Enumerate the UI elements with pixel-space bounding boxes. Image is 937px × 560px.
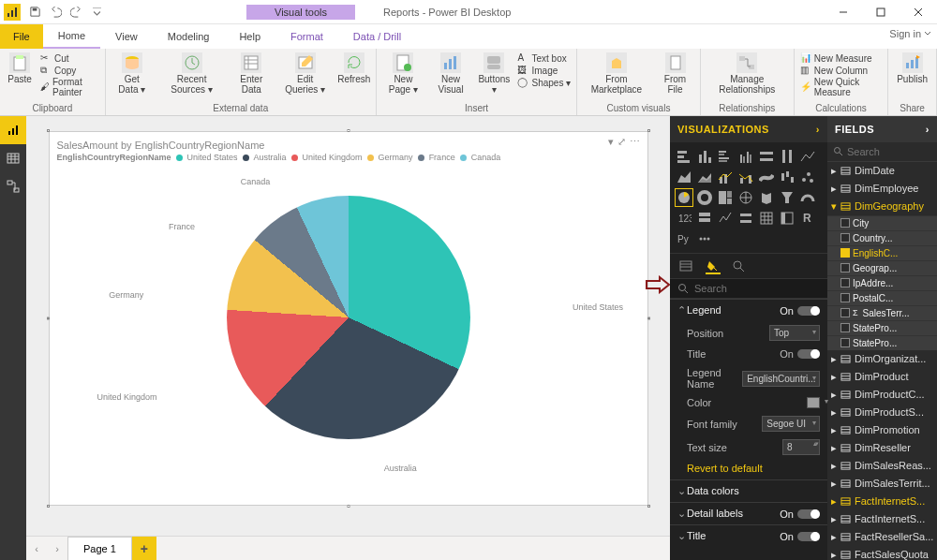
tab-help[interactable]: Help <box>224 24 275 49</box>
field-row[interactable]: Geograp... <box>827 260 937 275</box>
legend-item[interactable]: United Kingdom <box>303 153 363 162</box>
analytics-subtab-icon[interactable] <box>732 259 747 274</box>
gauge-icon[interactable] <box>799 189 816 206</box>
tab-view[interactable]: View <box>100 24 153 49</box>
format-search[interactable] <box>670 278 827 299</box>
minimize-button[interactable] <box>825 0 862 24</box>
resize-handle[interactable] <box>347 505 350 508</box>
sign-in-link[interactable]: Sign in <box>889 28 931 39</box>
100-stacked-bar-icon[interactable] <box>758 148 775 165</box>
pie-chart-icon[interactable] <box>676 189 692 206</box>
table-row[interactable]: ▸FactResellerSa... <box>827 528 937 546</box>
legendtitle-toggle[interactable]: On <box>780 348 820 360</box>
field-row[interactable]: Country... <box>827 230 937 245</box>
page-tab[interactable]: Page 1 <box>67 537 132 560</box>
new-quick-measure-button[interactable]: ⚡New Quick Measure <box>798 77 884 97</box>
from-file-button[interactable]: From File <box>654 51 695 96</box>
waterfall-icon[interactable] <box>779 169 796 185</box>
resize-handle[interactable] <box>347 129 350 132</box>
checkbox[interactable] <box>840 263 850 273</box>
redo-icon[interactable] <box>67 3 85 22</box>
new-column-button[interactable]: ▥New Column <box>798 65 884 76</box>
enter-data-button[interactable]: Enter Data <box>229 51 274 96</box>
table-row[interactable]: ▸DimProductC... <box>827 386 937 404</box>
textsize-stepper[interactable]: 8 <box>782 439 820 455</box>
multi-row-card-icon[interactable] <box>696 210 713 227</box>
checkbox[interactable] <box>840 278 850 287</box>
checkbox[interactable] <box>840 323 850 332</box>
prop-datacolors-header[interactable]: ⌄Data colors <box>670 480 827 502</box>
scatter-icon[interactable] <box>799 169 816 185</box>
field-row[interactable]: EnglishC... <box>827 245 937 260</box>
ribbon-chart-icon[interactable] <box>758 169 775 185</box>
table-row[interactable]: ▸DimEmployee <box>827 180 937 198</box>
slicer-icon[interactable] <box>737 210 754 227</box>
clustered-bar-icon[interactable] <box>717 148 734 165</box>
tab-modeling[interactable]: Modeling <box>153 24 225 49</box>
manage-relationships-button[interactable]: Manage Relationships <box>705 51 790 96</box>
color-swatch[interactable] <box>807 397 820 408</box>
more-visuals-icon[interactable] <box>696 230 713 247</box>
edit-queries-button[interactable]: Edit Queries ▾ <box>276 51 333 96</box>
kpi-icon[interactable] <box>717 210 734 227</box>
table-row[interactable]: ▸DimPromotion <box>827 421 937 439</box>
visual-container[interactable]: ▾ ⤢ ⋯ SalesAmount by EnglishCountryRegio… <box>49 131 648 506</box>
stacked-bar-icon[interactable] <box>676 148 692 165</box>
title-toggle[interactable]: On <box>780 531 820 542</box>
legend-item[interactable]: France <box>429 153 455 162</box>
tab-file[interactable]: File <box>0 24 43 49</box>
close-button[interactable] <box>900 0 937 24</box>
donut-chart-icon[interactable] <box>696 189 713 206</box>
checkbox[interactable] <box>840 248 850 258</box>
table-row[interactable]: ▸FactInternetS... <box>827 510 937 528</box>
new-measure-button[interactable]: 📊New Measure <box>798 52 884 64</box>
combo-chart-icon[interactable] <box>717 169 734 185</box>
clustered-column-icon[interactable] <box>737 148 754 165</box>
combo-chart2-icon[interactable] <box>737 169 754 185</box>
legendname-input[interactable]: EnglishCountri... <box>742 371 820 387</box>
filter-icon[interactable]: ▾ <box>608 136 614 148</box>
field-row[interactable]: ΣSalesTerr... <box>827 305 937 320</box>
cut-button[interactable]: ✂Cut <box>38 52 101 64</box>
100-stacked-column-icon[interactable] <box>779 148 796 165</box>
next-page-button[interactable]: › <box>47 537 67 560</box>
table-row[interactable]: ▸DimDate <box>827 162 937 180</box>
resize-handle[interactable] <box>647 317 650 320</box>
table-row[interactable]: ▸DimSalesReas... <box>827 457 937 475</box>
maximize-button[interactable] <box>862 0 900 24</box>
fields-search[interactable] <box>827 142 937 162</box>
focus-icon[interactable]: ⤢ <box>617 136 626 148</box>
table-row[interactable]: ▸DimSalesTerrit... <box>827 475 937 493</box>
filled-map-icon[interactable] <box>758 189 775 206</box>
copy-button[interactable]: ⧉Copy <box>38 65 101 76</box>
line-chart-icon[interactable] <box>799 148 816 165</box>
area-chart-icon[interactable] <box>676 169 692 185</box>
get-data-button[interactable]: Get Data ▾ <box>110 51 155 96</box>
fontfamily-dropdown[interactable]: Segoe UI <box>762 416 820 432</box>
text-box-button[interactable]: AText box <box>515 52 573 64</box>
field-row[interactable]: IpAddre... <box>827 275 937 290</box>
resize-handle[interactable] <box>647 505 650 508</box>
paste-button[interactable]: Paste <box>4 51 36 86</box>
legend-item[interactable]: United States <box>187 153 238 162</box>
new-page-button[interactable]: New Page ▾ <box>380 51 426 96</box>
checkbox[interactable] <box>840 233 850 243</box>
checkbox[interactable] <box>840 338 850 347</box>
fields-header[interactable]: FIELDS› <box>827 116 937 142</box>
revert-default-link[interactable]: Revert to default <box>670 459 827 479</box>
table-row[interactable]: ▸FactInternetS... <box>827 493 937 510</box>
tab-data-drill[interactable]: Data / Drill <box>338 24 416 49</box>
report-canvas[interactable]: ▾ ⤢ ⋯ SalesAmount by EnglishCountryRegio… <box>26 116 670 536</box>
save-icon[interactable] <box>25 3 44 22</box>
table-icon[interactable] <box>758 210 775 227</box>
checkbox[interactable] <box>840 308 850 317</box>
prop-legend-header[interactable]: ⌃LegendOn <box>670 300 827 321</box>
prop-title-header[interactable]: ⌄TitleOn <box>670 525 827 547</box>
format-painter-button[interactable]: 🖌Format Painter <box>38 77 101 97</box>
tab-format[interactable]: Format <box>275 24 338 49</box>
format-search-input[interactable] <box>694 283 788 294</box>
qat-dropdown-icon[interactable] <box>87 3 106 22</box>
detaillabels-toggle[interactable]: On <box>780 508 820 520</box>
more-icon[interactable]: ⋯ <box>630 136 640 148</box>
card-icon[interactable]: 123 <box>676 210 692 227</box>
